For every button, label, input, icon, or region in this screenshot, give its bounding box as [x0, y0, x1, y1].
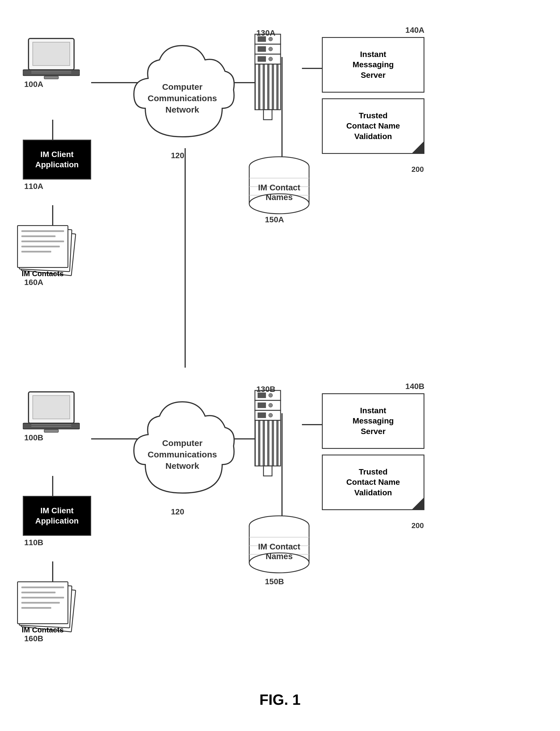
- badge-200-b-label: 200: [412, 521, 424, 530]
- svg-text:Communications: Communications: [148, 450, 217, 459]
- im-server-a-outer-label: 140A: [405, 26, 424, 35]
- svg-point-28: [269, 37, 273, 41]
- trusted-contact-label-a: TrustedContact NameValidation: [346, 111, 400, 142]
- svg-rect-18: [33, 42, 70, 66]
- fig-caption: FIG. 1: [0, 691, 560, 708]
- svg-text:Computer: Computer: [162, 438, 203, 448]
- server-b-label: 130B: [256, 385, 275, 394]
- badge-200-a: [412, 142, 424, 153]
- svg-text:Computer: Computer: [162, 82, 203, 91]
- im-client-b-label: 110B: [24, 538, 43, 547]
- server-a-svg: [254, 33, 282, 124]
- svg-text:Communications: Communications: [148, 93, 217, 103]
- im-contacts-a-label: 160A: [24, 278, 43, 287]
- im-server-group-a: 140A InstantMessagingServer TrustedConta…: [322, 37, 424, 165]
- svg-rect-22: [44, 76, 58, 79]
- im-client-box-b: IM ClientApplication: [23, 496, 91, 536]
- im-contacts-b-label: 160B: [24, 634, 43, 643]
- svg-rect-38: [263, 110, 272, 120]
- im-client-app-label-b: IM ClientApplication: [35, 506, 79, 526]
- laptop-b-icon: [23, 391, 80, 436]
- laptop-a-icon: [23, 37, 80, 83]
- im-server-label-a: InstantMessagingServer: [353, 49, 394, 80]
- network-a-label: 120: [171, 151, 184, 160]
- im-client-a-label: 110A: [24, 182, 43, 191]
- badge-200-a-label: 200: [412, 165, 424, 174]
- cloud-a: Computer Communications Network: [128, 34, 236, 148]
- svg-rect-70: [263, 466, 272, 476]
- im-server-label-b: InstantMessagingServer: [353, 406, 394, 437]
- svg-text:IM Contact: IM Contact: [258, 183, 301, 192]
- svg-rect-65: [258, 413, 266, 418]
- svg-rect-33: [258, 56, 266, 62]
- svg-point-31: [269, 47, 273, 51]
- im-server-b-outer-label: 140B: [405, 382, 424, 391]
- svg-text:Network: Network: [165, 105, 199, 114]
- svg-point-34: [269, 57, 273, 61]
- svg-rect-67: [255, 421, 281, 466]
- svg-rect-62: [258, 403, 266, 408]
- svg-point-66: [269, 413, 273, 417]
- im-server-box-a: InstantMessagingServer: [322, 37, 424, 93]
- laptop-a-label: 100A: [24, 80, 43, 89]
- cloud-a-svg: Computer Communications Network: [128, 34, 236, 148]
- svg-text:Names: Names: [265, 193, 293, 202]
- database-b: IM Contact Names: [248, 513, 310, 576]
- cloud-b: Computer Communications Network: [128, 391, 236, 505]
- im-contacts-a: IM Contacts: [17, 225, 83, 276]
- db-a-label: 150A: [265, 215, 284, 224]
- im-client-box-a: IM ClientApplication: [23, 140, 91, 179]
- svg-text:Names: Names: [265, 552, 293, 561]
- svg-rect-54: [44, 430, 58, 432]
- svg-point-60: [269, 393, 273, 397]
- server-b: [254, 389, 282, 480]
- database-a-svg: IM Contact Names: [248, 154, 310, 216]
- db-b-label: 150B: [265, 577, 284, 586]
- laptop-b: [23, 391, 80, 437]
- im-server-box-b: InstantMessagingServer: [322, 393, 424, 449]
- server-a: [254, 33, 282, 124]
- laptop-a: [23, 37, 80, 84]
- svg-point-63: [269, 403, 273, 407]
- svg-rect-30: [258, 46, 266, 52]
- svg-text:IM Contact: IM Contact: [258, 542, 301, 551]
- database-a: IM Contact Names: [248, 154, 310, 211]
- badge-200-b: [412, 498, 424, 509]
- network-b-label: 120: [171, 507, 184, 517]
- svg-rect-35: [255, 64, 281, 110]
- im-server-group-b: 140B InstantMessagingServer TrustedConta…: [322, 393, 424, 522]
- im-client-app-label-a: IM ClientApplication: [35, 149, 79, 170]
- svg-rect-50: [33, 396, 70, 419]
- diagram: 100A IM ClientApplication 110A IM Contac…: [0, 0, 560, 731]
- svg-text:Network: Network: [165, 461, 199, 471]
- server-b-svg: [254, 389, 282, 480]
- database-b-svg: IM Contact Names: [248, 513, 310, 576]
- trusted-contact-box-b: TrustedContact NameValidation: [322, 455, 424, 510]
- trusted-contact-box-a: TrustedContact NameValidation: [322, 98, 424, 154]
- server-a-label: 130A: [256, 28, 275, 38]
- trusted-contact-label-b: TrustedContact NameValidation: [346, 467, 400, 498]
- im-contacts-b: IM Contacts: [17, 581, 83, 633]
- laptop-b-label: 100B: [24, 433, 43, 442]
- cloud-b-svg: Computer Communications Network: [128, 391, 236, 505]
